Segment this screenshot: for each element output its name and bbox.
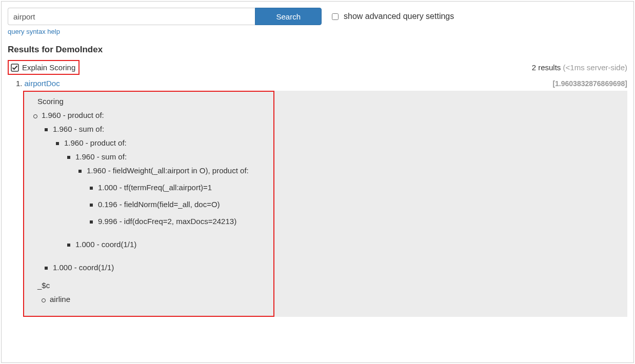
scoring-text: 1.960 - sum of: (75, 152, 127, 161)
field-value-text: airline (50, 295, 70, 304)
scoring-tree: 1.960 - product of: 1.960 - sum of: 1.96… (37, 111, 617, 272)
scoring-node: 1.000 - coord(1/1) (53, 263, 617, 272)
results-count: 2 results (532, 63, 561, 72)
scoring-leaf: 1.000 - tf(termFreq(_all:airport)=1 (98, 183, 617, 192)
scoring-node: 1.960 - sum of: 1.960 - fieldWeight(_all… (75, 152, 617, 226)
scoring-text: 1.960 - product of: (42, 111, 104, 119)
result-score: [1.9603832876869698] (552, 79, 627, 88)
search-group: Search (8, 8, 322, 25)
scoring-title: Scoring (37, 97, 617, 106)
scoring-node: 1.960 - product of: 1.960 - sum of: 1.96… (64, 138, 617, 249)
scoring-leaf: 9.996 - idf(docFreq=2, maxDocs=24213) (98, 217, 617, 226)
scoring-node: 1.960 - product of: 1.960 - sum of: 1.96… (42, 111, 617, 272)
advanced-settings-toggle: show advanced query settings (332, 12, 454, 21)
scoring-text: 1.960 - fieldWeight(_all:airport in O), … (87, 166, 249, 175)
scoring-leaf: 0.196 - fieldNorm(field=_all, doc=O) (98, 200, 617, 209)
scoring-text: 1.000 - coord(1/1) (53, 263, 114, 272)
field-section: _$c airline (37, 281, 617, 304)
advanced-checkbox[interactable] (332, 13, 339, 20)
main-container: Search show advanced query settings quer… (1, 1, 634, 363)
results-header: Results for DemoIndex (8, 45, 627, 55)
checkbox-checked-icon (11, 64, 19, 72)
explain-scoring-label: Explain Scoring (22, 63, 75, 72)
scoring-text: 0.196 - fieldNorm(field=_all, doc=O) (98, 200, 220, 209)
search-button[interactable]: Search (255, 8, 322, 25)
results-meta: 2 results (<1ms server-side) (532, 63, 627, 72)
scoring-text: 1.960 - product of: (64, 138, 127, 147)
search-input[interactable] (8, 8, 255, 25)
explain-scoring-row: Explain Scoring 2 results (<1ms server-s… (8, 60, 627, 75)
query-syntax-help-link[interactable]: query syntax help (8, 28, 60, 35)
scoring-node: 1.960 - fieldWeight(_all:airport in O), … (87, 166, 617, 226)
scoring-node: 1.960 - sum of: 1.960 - product of: 1.96… (53, 125, 617, 249)
result-number: 1. (16, 79, 23, 88)
scoring-text: 9.996 - idf(docFreq=2, maxDocs=24213) (98, 217, 236, 226)
scoring-text: 1.960 - sum of: (53, 125, 104, 133)
advanced-label: show advanced query settings (344, 12, 454, 21)
results-timing: (<1ms server-side) (563, 63, 627, 72)
explain-scoring-toggle[interactable]: Explain Scoring (8, 60, 80, 75)
scoring-node: 1.000 - coord(1/1) (75, 240, 617, 249)
scoring-panel: Scoring 1.960 - product of: 1.960 - sum … (23, 91, 627, 317)
search-row: Search show advanced query settings (8, 8, 627, 25)
field-key: _$c (37, 281, 617, 290)
result-doc-link[interactable]: airportDoc (25, 79, 60, 88)
scoring-text: 1.000 - tf(termFreq(_all:airport)=1 (98, 183, 212, 192)
field-value: airline (50, 295, 617, 304)
result-row: 1. airportDoc [1.9603832876869698] (8, 79, 627, 88)
scoring-text: 1.000 - coord(1/1) (75, 240, 136, 249)
